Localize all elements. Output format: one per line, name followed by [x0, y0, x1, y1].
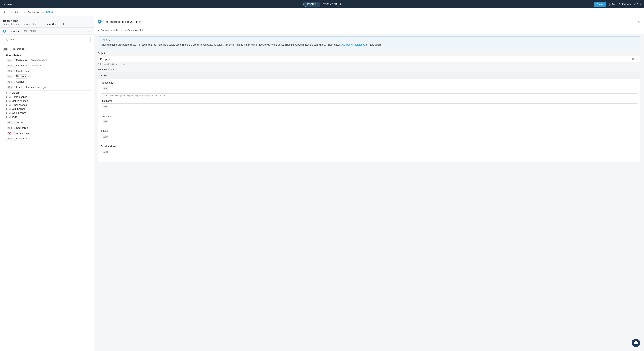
eye-icon: 👁: [98, 29, 100, 32]
group-work-phones[interactable]: ▶ ⊞ Work phones: [3, 111, 91, 114]
step-label: (Step 1 output): [22, 30, 37, 32]
attributes-header[interactable]: ▼ ⊞ Attributes: [3, 54, 91, 57]
tabs-container: RECIPE TEST JOBS: [304, 2, 340, 7]
help-chevron: ∧: [108, 39, 110, 41]
job-title-field-group: Job title ABC: [100, 130, 637, 142]
criteria-body: Prospect ID ABC Multiple IDs can be appl…: [98, 79, 640, 162]
criteria-triangle: ▼: [100, 74, 103, 77]
nickname-pill[interactable]: Nickname: [14, 74, 28, 78]
gender-pill[interactable]: Gender: [14, 80, 26, 84]
tab-testjobs[interactable]: TEST JOBS: [320, 2, 340, 7]
last-name-input[interactable]: ABC: [100, 119, 637, 127]
main-layout: Recipe data To use data from a previous …: [0, 16, 644, 351]
home-phones-icon: ⊞: [9, 96, 10, 98]
attributes-icon: ⊞: [6, 54, 8, 56]
first-name-input[interactable]: ABC: [100, 103, 637, 112]
emails-label: Emails: [12, 91, 19, 94]
job-start-date-pill[interactable]: Job start date: [13, 131, 32, 135]
left-content: 123 Prospect ID 133 ▼ ⊞ Attributes ABC F…: [0, 44, 94, 351]
group-emails[interactable]: ▶ ⊞ Emails: [3, 91, 91, 94]
chat-bubble[interactable]: 💬: [632, 339, 640, 347]
object-field-group: Object * Prospect ✕ ⌄ Select an object t…: [98, 52, 640, 65]
emails-opt-pill[interactable]: Emails opt status: [14, 85, 36, 89]
help-header[interactable]: HELP ∧: [100, 39, 637, 41]
specialties-pill[interactable]: Specialties: [14, 137, 30, 141]
object-label: Object *: [98, 52, 640, 55]
recipe-data-header: Recipe data To use data from a previous …: [0, 16, 94, 27]
first-name-value: Steve Castellarin: [31, 59, 48, 62]
last-name-field-group: Last name ABC: [100, 115, 637, 127]
work-phones-icon: ⊞: [9, 112, 10, 114]
type-abc: ABC: [7, 59, 13, 62]
collapse-button[interactable]: ⌃: [88, 19, 91, 23]
show-optional-button[interactable]: 👁 Show optional fields: [98, 29, 122, 32]
type-abc: ABC: [7, 127, 13, 129]
help-link[interactable]: Outreach API reference: [341, 43, 365, 46]
new-record-left: New record (Step 1 output): [3, 29, 37, 32]
app-name: outreach: [3, 3, 14, 6]
prospect-id-field-label: Prospect ID: [100, 81, 637, 84]
object-select[interactable]: Prospect ✕ ⌄: [98, 56, 640, 62]
group-home-phones[interactable]: ▶ ⊞ Home phones: [3, 95, 91, 98]
occupation-pill[interactable]: Occupation: [14, 126, 30, 130]
voip-phones-label: Voip phones: [12, 107, 26, 110]
help-label: HELP: [100, 39, 107, 41]
middle-name-pill[interactable]: Middle name: [14, 69, 32, 73]
breadcrumb-connection[interactable]: Connection: [28, 11, 40, 14]
search-input[interactable]: [10, 38, 88, 41]
search-header-left: Search prospects in Outreach: [98, 20, 142, 23]
tab-recipe[interactable]: RECIPE: [304, 2, 320, 7]
exit-icon: ✕: [634, 3, 636, 6]
save-button[interactable]: Save: [594, 2, 606, 7]
job-title-pill[interactable]: Job title: [14, 120, 26, 125]
attributes-section: ▼ ⊞ Attributes ABC First name Steve Cast…: [3, 54, 91, 141]
breadcrumb-action[interactable]: Action: [14, 11, 21, 14]
prospect-id-pill[interactable]: Prospect ID: [10, 47, 26, 51]
group-mobile-phones[interactable]: ▶ ⊞ Mobile phones: [3, 99, 91, 102]
job-title-input[interactable]: ABC: [100, 134, 637, 142]
criteria-hide-label: Hide: [104, 74, 110, 77]
mobile-phones-arrow: ▶: [6, 100, 8, 102]
breadcrumb-setup[interactable]: Setup: [46, 10, 53, 14]
prospect-id-input[interactable]: ABC: [100, 85, 637, 94]
new-record-label: New record: [8, 30, 20, 32]
search-input-wrap[interactable]: 🔍: [3, 36, 91, 42]
group-voip-phones[interactable]: ▶ ⊞ Voip phones: [3, 107, 91, 110]
type-abc: ABC: [7, 86, 13, 88]
object-select-actions: ✕ ⌄: [632, 58, 638, 60]
refresh-action[interactable]: ↻ Refresh: [619, 3, 631, 6]
voip-phones-icon: ⊞: [9, 108, 10, 110]
type-abc: ABC: [7, 75, 13, 78]
last-name-pill[interactable]: Last name: [14, 64, 29, 68]
breadcrumb-app[interactable]: App: [4, 11, 8, 14]
emails-icon: ⊞: [9, 92, 10, 94]
expand-button[interactable]: ⌄: [88, 30, 91, 32]
object-hint: Select an object to search for: [98, 63, 640, 65]
email-address-input[interactable]: ABC: [100, 149, 637, 157]
group-other-phones[interactable]: ▶ ⊞ Other phones: [3, 103, 91, 106]
group-map-button[interactable]: ⊞ Group map data: [124, 29, 144, 32]
exit-action[interactable]: ✕ Exit: [634, 3, 641, 6]
clear-icon[interactable]: ✕: [632, 58, 634, 60]
other-phones-arrow: ▶: [6, 104, 8, 106]
type-abc: ABC: [7, 121, 13, 124]
search-icon-inner: [99, 21, 100, 22]
chevron-down-icon[interactable]: ⌄: [636, 58, 638, 60]
close-button[interactable]: ✕: [637, 19, 640, 24]
refresh-icon: ↻: [619, 3, 622, 6]
group-tags[interactable]: ▶ ⊞ Tags: [3, 115, 91, 118]
test-icon: ◎: [609, 3, 611, 6]
other-phones-label: Other phones: [12, 103, 27, 106]
first-name-pill[interactable]: First name: [14, 58, 29, 62]
attr-job-title: ABC Job title: [3, 120, 91, 125]
left-panel: Recipe data To use data from a previous …: [0, 16, 94, 351]
recipe-data-header-content: Recipe data To use data from a previous …: [3, 19, 65, 25]
type-cal: 📅: [7, 132, 12, 135]
attr-nickname: ABC Nickname: [3, 74, 91, 78]
criteria-header[interactable]: ▼ Hide: [98, 72, 640, 79]
work-phones-arrow: ▶: [6, 112, 8, 114]
test-action[interactable]: ◎ Test: [609, 3, 616, 6]
input-abc-badge: ABC: [103, 151, 108, 153]
attributes-arrow: ▼: [3, 54, 5, 56]
search-criteria-label: Search criteria: [98, 68, 640, 71]
